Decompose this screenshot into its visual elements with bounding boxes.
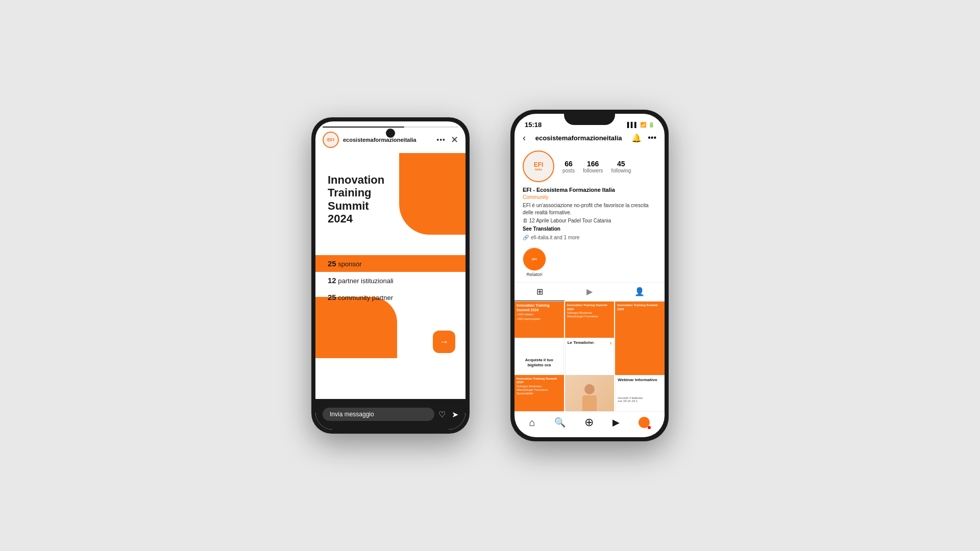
posts-count: 66 (562, 160, 575, 168)
grid-item-7[interactable]: Innovation Training Summit 2024Sviluppo … (514, 375, 564, 411)
orange-shape-top (399, 153, 465, 235)
wifi-icon: 📶 (640, 122, 646, 128)
reels-icon: ▶ (586, 287, 593, 296)
message-placeholder: Invia messaggio (330, 411, 374, 418)
signal-icon: ▌▌▌ (627, 122, 638, 128)
story-arrow-button[interactable]: → (433, 331, 455, 353)
story-avatar[interactable]: EFI (323, 132, 339, 148)
camera-notch (386, 129, 395, 138)
highlight-img: EFI (523, 248, 546, 270)
story-title: Innovation Training Summit 2024 (328, 173, 394, 225)
stat-posts: 66 posts (562, 160, 575, 173)
more-options-icon[interactable]: ••• (648, 133, 656, 143)
grid-item-9[interactable]: Webinar Informativo Giovedì 4 febbraioor… (615, 375, 665, 411)
story-title-block: Innovation Training Summit 2024 (328, 173, 394, 225)
notification-icon[interactable]: 🔔 (631, 133, 642, 143)
arrow-icon: → (439, 337, 449, 347)
bio-text: EFI è un'associazione no-profit che favo… (523, 202, 656, 216)
stat-followers[interactable]: 166 followers (583, 160, 603, 173)
person-body (582, 395, 597, 411)
grid-icon: ⊞ (536, 287, 543, 296)
highlight-relatori[interactable]: EFI Relatori (523, 247, 546, 277)
status-bar: 15:18 ▌▌▌ 📶 🔋 (514, 114, 665, 131)
grid-text-7: Innovation Training Summit 2024Sviluppo … (517, 377, 562, 395)
story-message-input[interactable]: Invia messaggio (323, 408, 434, 421)
story-close-icon[interactable]: ✕ (451, 134, 458, 145)
add-nav-icon[interactable]: ⊕ (584, 416, 594, 429)
share-icon[interactable]: ➤ (452, 410, 458, 419)
instagram-nav: ‹ ecosistemaformazioneitalia 🔔 ••• (514, 131, 665, 146)
sponsor-label: sponsor (338, 260, 361, 268)
bio-link[interactable]: 🔗 efi-italia.it and 1 more (523, 234, 656, 241)
avatar-italia: Italia (535, 168, 542, 171)
story-stat-partner: 12 partner istituzionali (315, 272, 465, 289)
story-content: Innovation Training Summit 2024 25 spons… (315, 153, 465, 399)
profile-tabs: ⊞ ▶ 👤 (514, 282, 665, 302)
grid-text-4: Acquista il tuo biglietto ora (517, 358, 561, 367)
bio-category: Community (523, 194, 656, 201)
following-count: 45 (611, 160, 631, 168)
link-text: efi-italia.it and 1 more (531, 234, 580, 241)
posts-grid: Innovation Training Summit 2024+100 rela… (514, 302, 665, 411)
reels-nav-icon[interactable]: ▶ (612, 417, 620, 428)
heart-icon[interactable]: ♡ (438, 410, 446, 419)
highlights-section: EFI Relatori (514, 244, 665, 280)
person-head (584, 384, 595, 394)
bio-name: EFI - Ecosistema Formazione Italia (523, 186, 656, 194)
grid-text-2: Innovation Training Summit 2024Sviluppo … (567, 304, 612, 318)
see-translation[interactable]: See Translation (523, 226, 656, 233)
profile-top: EFI Italia 66 posts 166 followers (523, 151, 656, 182)
sponsor-num: 25 (328, 259, 336, 268)
partner-num: 12 (328, 276, 336, 285)
phone-right: 15:18 ▌▌▌ 📶 🔋 ‹ ecosistemaformazioneital… (510, 110, 669, 441)
bio-event: 🗓 12 Aprile Labour Padel Tour Catania (523, 217, 656, 224)
nav-icons: 🔔 ••• (631, 133, 656, 143)
avatar-efi: EFI (534, 162, 544, 168)
avatar-text: EFI (327, 137, 334, 142)
followers-count: 166 (583, 160, 603, 168)
story-more-icon[interactable]: ••• (436, 136, 446, 144)
story-username: ecosistemaformazioneitalia (343, 137, 432, 143)
profile-nav-avatar[interactable] (639, 417, 650, 428)
grid-text-3: Innovation Training Summit 2024 (617, 304, 663, 311)
grid-text-9: Webinar Informativo (618, 378, 657, 383)
phone-left: EFI ecosistemaformazioneitalia ••• ✕ Inn… (311, 117, 470, 434)
battery-icon: 🔋 (648, 122, 654, 128)
person-image (565, 375, 615, 411)
story-stat-sponsor: 25 sponsor (315, 255, 465, 272)
tab-tagged[interactable]: 👤 (615, 283, 665, 301)
link-icon: 🔗 (523, 234, 529, 241)
story-footer: Invia messaggio ♡ ➤ (315, 399, 465, 430)
story-actions: ••• ✕ (436, 134, 458, 145)
partner-label: partner istituzionali (338, 277, 393, 285)
tab-grid[interactable]: ⊞ (514, 283, 565, 301)
community-num: 25 (328, 293, 336, 302)
grid-item-person[interactable] (565, 375, 615, 411)
tab-reels[interactable]: ▶ (565, 283, 615, 301)
orange-shape-bottom (315, 297, 397, 358)
phones-container: EFI ecosistemaformazioneitalia ••• ✕ Inn… (311, 110, 669, 441)
profile-bio: EFI - Ecosistema Formazione Italia Commu… (523, 186, 656, 241)
instagram-profile: EFI Italia 66 posts 166 followers (514, 146, 665, 244)
story-footer-icons: ♡ ➤ (438, 410, 458, 419)
story-stat-community: 25 community partner (315, 289, 465, 306)
status-icons: ▌▌▌ 📶 🔋 (627, 122, 654, 128)
back-button[interactable]: ‹ (523, 133, 526, 143)
search-nav-icon[interactable]: 🔍 (554, 417, 566, 428)
community-label: community partner (338, 294, 393, 302)
stat-following[interactable]: 45 following (611, 160, 631, 173)
profile-avatar[interactable]: EFI Italia (523, 151, 554, 182)
followers-label: followers (583, 168, 603, 173)
profile-username: ecosistemaformazioneitalia (529, 134, 628, 142)
status-time: 15:18 (525, 121, 542, 129)
following-label: following (611, 168, 631, 173)
highlight-circle: EFI (523, 247, 546, 271)
story-stats: 25 sponsor 12 partner istituzionali 25 c… (315, 255, 465, 306)
highlight-label: Relatori (526, 272, 542, 277)
grid-text-1: Innovation Training Summit 2024+100 rela… (517, 304, 562, 321)
posts-label: posts (562, 168, 575, 173)
profile-stats: 66 posts 166 followers 45 following (562, 160, 656, 173)
home-nav-icon[interactable]: ⌂ (529, 417, 535, 429)
tagged-icon: 👤 (634, 287, 645, 296)
grid-text-5: Le Tematiche: (568, 340, 595, 345)
